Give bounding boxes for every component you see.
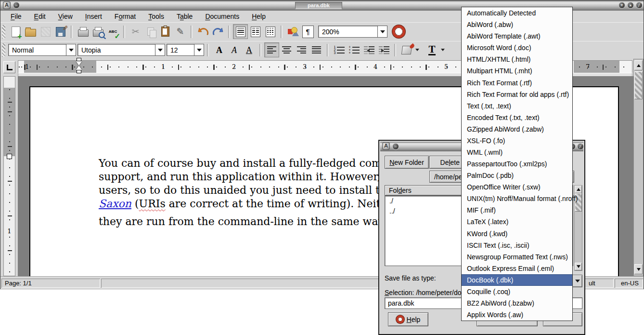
menu-item-file[interactable]: File [4, 12, 28, 22]
zoom-combo[interactable]: 200% [318, 26, 378, 38]
format-option[interactable]: Rich Text Format for old apps (.rtf) [462, 89, 572, 100]
increase-indent-button[interactable] [376, 42, 391, 57]
minimize-button[interactable]: ▾ [618, 2, 625, 9]
scroll-down-button[interactable] [634, 264, 643, 274]
format-option[interactable]: Outlook Express Email (.eml) [462, 263, 572, 274]
toolbar-handle[interactable] [2, 25, 5, 39]
help-button[interactable]: Help [388, 312, 428, 326]
insert-shapes-button[interactable] [285, 24, 300, 39]
open-button[interactable] [23, 24, 38, 39]
format-option[interactable]: Automatically Detected [462, 7, 572, 19]
menu-item-table[interactable]: Table [170, 12, 199, 22]
format-option[interactable]: Coquille (.coq) [462, 286, 572, 297]
font-color-dropdown[interactable] [439, 44, 446, 56]
format-option[interactable]: Encoded Text (.txt, .text) [462, 112, 572, 123]
style-combo-arrow[interactable] [66, 44, 76, 56]
menu-item-help[interactable]: Help [245, 12, 272, 22]
format-option[interactable]: Text (.txt, .text) [462, 100, 572, 112]
highlight-color-button[interactable] [399, 42, 414, 57]
italic-button[interactable]: A [227, 42, 242, 57]
font-color-button[interactable]: T [425, 42, 439, 57]
format-option[interactable]: KWord (.kwd) [462, 228, 572, 239]
format-option[interactable]: UNIX(tm) Nroff/Manual format (.nroff) [462, 193, 572, 204]
tab-selector-button[interactable] [3, 61, 15, 73]
print-button[interactable] [76, 24, 90, 39]
align-right-button[interactable] [294, 42, 309, 57]
format-option[interactable]: WML (.wml) [462, 147, 572, 158]
help-toolbar-button[interactable] [391, 24, 406, 39]
format-option[interactable]: ISCII Text (.isc, .iscii) [462, 240, 572, 251]
dialog-window-menu-button[interactable]: – [392, 143, 399, 150]
zoom-combo-arrow[interactable] [378, 26, 387, 38]
menu-item-format[interactable]: Format [108, 12, 142, 22]
format-option[interactable]: PassepartoutToo (.xml2ps) [462, 158, 572, 170]
document-line: You can of course buy and install a full… [99, 157, 392, 170]
maximize-button[interactable]: ▴ [627, 2, 634, 9]
spellcheck-button[interactable]: ABC✓ [105, 24, 120, 39]
document-text: You can of course buy and install a full… [99, 157, 392, 169]
format-option[interactable]: Applix Words (.aw) [462, 309, 572, 321]
save-as-button[interactable] [53, 24, 68, 39]
font-size-combo-arrow[interactable] [194, 44, 204, 56]
close-button[interactable]: ╱ [636, 2, 643, 9]
format-option[interactable]: BZ2 AbiWord (.bzabw) [462, 297, 572, 309]
font-combo-arrow[interactable] [155, 44, 165, 56]
new-folder-button[interactable]: New Folder [385, 156, 429, 169]
format-option[interactable]: MIF (.mif) [462, 204, 572, 216]
paste-button[interactable] [158, 24, 173, 39]
format-option[interactable]: OpenOffice Writer (.sxw) [462, 181, 572, 193]
hyperlink-text[interactable]: Saxon [99, 198, 131, 210]
toolbar-handle[interactable] [2, 43, 5, 57]
format-option[interactable]: Microsoft Word (.doc) [462, 42, 572, 54]
format-option[interactable]: XSL-FO (.fo) [462, 135, 572, 147]
menu-item-insert[interactable]: Insert [79, 12, 108, 22]
format-option[interactable]: Rich Text Format (.rtf) [462, 77, 572, 88]
print-preview-button[interactable] [90, 24, 105, 39]
format-option[interactable]: Newsgroup Formatted Text (.nws) [462, 251, 572, 263]
bullet-list-button[interactable]: +++ [347, 42, 361, 57]
format-option[interactable]: PalmDoc (.pdb) [462, 170, 572, 181]
format-option[interactable]: LaTeX (.latex) [462, 216, 572, 228]
menu-item-edit[interactable]: Edit [28, 12, 52, 22]
show-formatting-marks-button[interactable]: ¶ [300, 24, 315, 39]
scroll-up-button[interactable] [634, 60, 643, 70]
font-combo[interactable]: Utopia [77, 44, 155, 56]
align-justify-button[interactable] [309, 42, 324, 57]
vertical-scrollbar[interactable] [633, 59, 644, 276]
align-left-button[interactable] [264, 42, 279, 57]
menu-item-view[interactable]: View [52, 12, 79, 22]
menu-item-documents[interactable]: Documents [199, 12, 245, 22]
font-size-combo[interactable]: 12 [167, 44, 194, 56]
view-two-columns-button[interactable] [248, 24, 263, 39]
indent-marker[interactable] [76, 58, 82, 74]
vruler-margin-marker[interactable] [7, 154, 12, 159]
format-option[interactable]: DocBook (.dbk) [462, 274, 572, 286]
tab-left-icon [7, 65, 13, 70]
new-document-button[interactable]: + [8, 24, 23, 39]
pen-button[interactable]: ✎ [173, 24, 188, 39]
folders-scroll-up-button[interactable] [575, 186, 582, 193]
highlight-color-dropdown[interactable] [414, 44, 421, 56]
folders-scroll-down-button[interactable] [575, 263, 582, 270]
decrease-indent-button[interactable] [361, 42, 376, 57]
align-center-button[interactable] [279, 42, 294, 57]
undo-button[interactable] [195, 24, 210, 39]
style-combo[interactable]: Normal [8, 44, 66, 56]
window-menu-button[interactable]: – [13, 2, 20, 9]
view-three-columns-button[interactable] [263, 24, 278, 39]
vertical-ruler[interactable]: 1 [3, 76, 15, 276]
dialog-close-button[interactable]: ╱ [577, 143, 584, 150]
view-one-column-button[interactable] [233, 24, 248, 39]
underline-button[interactable]: A [242, 42, 257, 57]
format-option[interactable]: GZipped AbiWord (.zabw) [462, 123, 572, 135]
format-option[interactable]: HTML/XHTML (.html) [462, 54, 572, 65]
bold-button[interactable]: A [212, 42, 227, 57]
numbered-list-button[interactable]: 123 [332, 42, 347, 57]
menu-item-tools[interactable]: Tools [142, 12, 170, 22]
redo-button[interactable] [210, 24, 225, 39]
format-option[interactable]: AbiWord Template (.awt) [462, 30, 572, 42]
scrollbar-thumb[interactable] [634, 71, 643, 99]
format-option[interactable]: AbiWord (.abw) [462, 19, 572, 30]
format-option[interactable]: Multipart HTML (.mht) [462, 65, 572, 77]
document-text: ( [131, 198, 139, 210]
